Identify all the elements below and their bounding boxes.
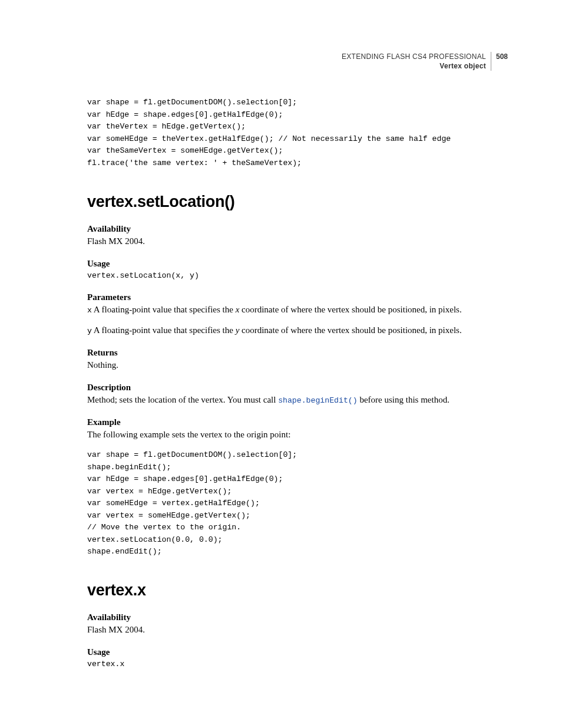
availability-label-2: Availability (87, 612, 508, 622)
param-x: x A floating-point value that specifies … (87, 304, 508, 317)
description-label: Description (87, 383, 508, 393)
param-x-desc-b: coordinate of where the vertex should be… (239, 305, 461, 314)
param-y-name: y (87, 327, 92, 335)
param-y: y A floating-point value that specifies … (87, 324, 508, 337)
doc-section: Vertex object (342, 61, 486, 71)
link-shape-beginedit[interactable]: shape.beginEdit() (278, 396, 358, 405)
running-header: EXTENDING FLASH CS4 PROFESSIONAL Vertex … (87, 52, 508, 71)
availability-label: Availability (87, 224, 508, 234)
page: EXTENDING FLASH CS4 PROFESSIONAL Vertex … (0, 0, 562, 726)
param-x-desc-a: A floating-point value that specifies th… (92, 305, 236, 314)
example-label: Example (87, 417, 508, 427)
availability-text: Flash MX 2004. (87, 235, 508, 248)
code-block-setlocation: var shape = fl.getDocumentDOM().selectio… (87, 449, 508, 558)
description-b: before using this method. (358, 395, 449, 404)
heading-vertex-x: vertex.x (87, 581, 508, 599)
returns-text: Nothing. (87, 359, 508, 372)
code-block-halfedge: var shape = fl.getDocumentDOM().selectio… (87, 97, 508, 169)
running-header-text: EXTENDING FLASH CS4 PROFESSIONAL Vertex … (342, 52, 486, 71)
usage-label: Usage (87, 259, 508, 269)
param-x-name: x (87, 306, 92, 315)
usage-code: vertex.setLocation(x, y) (87, 270, 508, 282)
header-divider (491, 52, 491, 71)
parameters-label: Parameters (87, 292, 508, 302)
doc-title: EXTENDING FLASH CS4 PROFESSIONAL (342, 52, 486, 61)
usage-label-2: Usage (87, 647, 508, 657)
usage-code-2: vertex.x (87, 658, 508, 670)
param-y-desc-b: coordinate of where the vertex should be… (239, 325, 461, 335)
example-intro: The following example sets the vertex to… (87, 429, 508, 442)
description-text: Method; sets the location of the vertex.… (87, 394, 508, 407)
availability-text-2: Flash MX 2004. (87, 624, 508, 637)
returns-label: Returns (87, 348, 508, 358)
heading-setlocation: vertex.setLocation() (87, 193, 508, 211)
description-a: Method; sets the location of the vertex.… (87, 395, 278, 404)
param-y-desc-a: A floating-point value that specifies th… (92, 325, 236, 335)
page-number: 508 (496, 52, 508, 61)
